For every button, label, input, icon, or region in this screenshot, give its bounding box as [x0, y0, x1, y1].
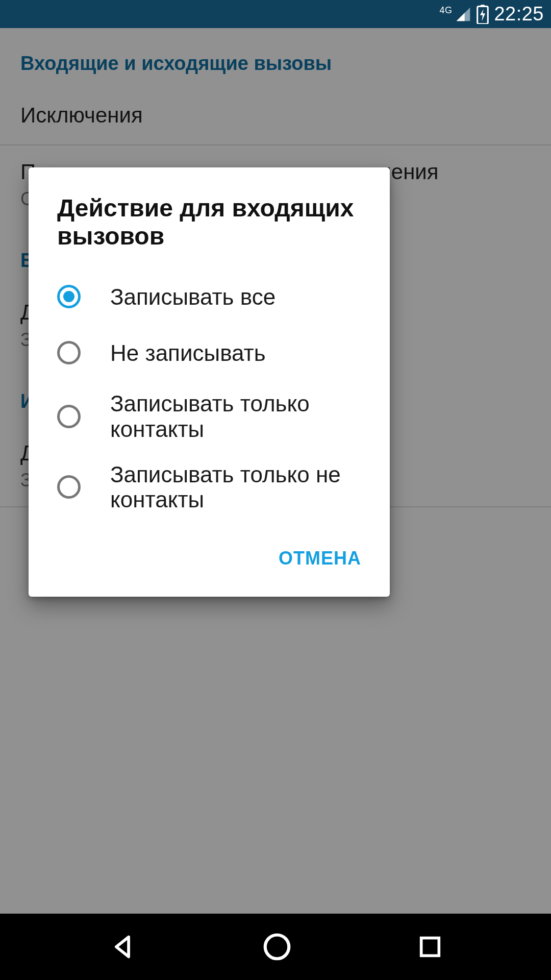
nav-back-icon[interactable]: [108, 932, 137, 962]
status-bar: 4G 22:25: [0, 0, 551, 28]
network-4g-label: 4G: [439, 5, 452, 16]
svg-point-2: [265, 935, 289, 959]
dialog-title: Действие для входящих вызовов: [29, 167, 390, 268]
svg-rect-1: [481, 5, 485, 7]
signal-icon: [455, 6, 471, 22]
radio-icon: [57, 475, 81, 499]
option-dont-record[interactable]: Не записывать: [43, 325, 375, 381]
status-clock: 22:25: [494, 3, 544, 25]
option-record-all[interactable]: Записывать все: [43, 268, 375, 325]
nav-recent-icon[interactable]: [417, 934, 443, 960]
battery-charging-icon: [477, 5, 489, 24]
radio-icon: [57, 285, 81, 308]
cancel-button[interactable]: ОТМЕНА: [270, 542, 369, 575]
svg-rect-3: [421, 938, 439, 956]
option-record-non-contacts[interactable]: Записывать только не контакты: [43, 452, 375, 523]
nav-home-icon[interactable]: [261, 931, 293, 963]
radio-icon: [57, 405, 81, 428]
android-navbar: [0, 914, 551, 980]
option-label: Записывать все: [110, 284, 373, 309]
option-label: Записывать только контакты: [110, 391, 373, 442]
radio-icon: [57, 341, 81, 364]
option-label: Записывать только не контакты: [110, 462, 373, 512]
option-record-contacts[interactable]: Записывать только контакты: [43, 381, 375, 452]
dialog-options: Записывать все Не записывать Записывать …: [29, 268, 390, 522]
incoming-action-dialog: Действие для входящих вызовов Записывать…: [29, 167, 390, 597]
option-label: Не записывать: [110, 340, 373, 365]
dialog-actions: ОТМЕНА: [29, 522, 390, 591]
